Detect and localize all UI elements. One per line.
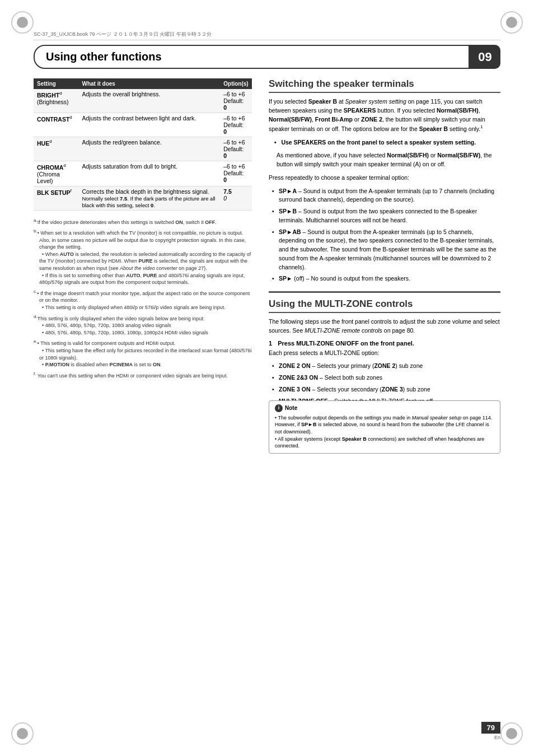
section-intro-speakers: If you selected Speaker B at Speaker sys…: [269, 97, 500, 134]
footnote-c: c.• If the image doesn't match your moni…: [34, 288, 252, 311]
page-lang: En: [494, 735, 500, 740]
whatitdoes-cell: Adjusts saturation from dull to bright.: [78, 161, 220, 186]
settings-table: Setting What it does Option(s) BRIGHTd (…: [34, 78, 252, 211]
step-1-label: 1 Press MULTI-ZONE ON/OFF on the front p…: [269, 340, 500, 347]
whatitdoes-cell: Corrects the black depth in the brightne…: [78, 186, 220, 210]
list-item: ZONE 3 ON – Selects your secondary (ZONE…: [274, 385, 500, 394]
list-item: SP►A – Sound is output from the A-speake…: [274, 187, 500, 205]
corner-decoration-tr: [500, 11, 523, 34]
setting-cell: BLK SETUPf: [34, 186, 78, 210]
footnote-d: d.This setting is only displayed when th…: [34, 314, 252, 337]
list-item: SP►B – Sound is output from the two spea…: [274, 207, 500, 225]
footnote-a: a.If the video picture deteriorates when…: [34, 217, 252, 226]
chapter-header: Using other functions 09: [34, 45, 500, 69]
section-header-multizone: Using the MULTI-ZONE controls: [269, 298, 500, 313]
footnotes: a.If the video picture deteriorates when…: [34, 217, 252, 380]
right-column: Switching the speaker terminals If you s…: [269, 78, 500, 454]
footnote-f: f. You can't use this setting when the H…: [34, 371, 252, 380]
option-cell: –6 to +6Default: 0: [220, 89, 252, 113]
setting-cell: CONTRASTd: [34, 113, 78, 137]
table-row: CONTRASTd Adjusts the contrast between l…: [34, 113, 252, 137]
col-header-options: Option(s): [220, 78, 252, 89]
setting-cell: HUEd: [34, 137, 78, 161]
main-content: Setting What it does Option(s) BRIGHTd (…: [34, 78, 500, 722]
list-item: SP► (off) – No sound is output from the …: [274, 274, 500, 283]
setting-cell: CHROMAd (Chroma Level): [34, 161, 78, 186]
chapter-number: 09: [470, 45, 500, 69]
footnote-b: b.• When set to a resolution with which …: [34, 228, 252, 286]
whatitdoes-cell: Adjusts the contrast between light and d…: [78, 113, 220, 137]
list-item: SP►AB – Sound is output from the A-speak…: [274, 228, 500, 272]
section-header-speakers: Switching the speaker terminals: [269, 78, 500, 93]
page-number: 79: [481, 722, 500, 734]
table-row: HUEd Adjusts the red/green balance. –6 t…: [34, 137, 252, 161]
option-cell: 7.5 0: [220, 186, 252, 210]
option-cell: –6 to +6Default: 0: [220, 161, 252, 186]
section-divider: [269, 291, 500, 293]
speaker-bullet-header: • Use SPEAKERS on the front panel to sel…: [274, 138, 500, 147]
speaker-terminal-list: SP►A – Sound is output from the A-speake…: [274, 187, 500, 284]
speaker-bullet-sub: As mentioned above, if you have selected…: [277, 151, 500, 169]
section-speaker-terminals: Switching the speaker terminals If you s…: [269, 78, 500, 283]
chapter-title: Using other functions: [34, 45, 470, 69]
corner-decoration-tl: [11, 11, 34, 34]
left-column: Setting What it does Option(s) BRIGHTd (…: [34, 78, 252, 381]
corner-decoration-br: [500, 722, 523, 745]
table-row: BLK SETUPf Corrects the black depth in t…: [34, 186, 252, 210]
step-1-desc: Each press selects a MULTI-ZONE option:: [269, 349, 500, 358]
note-item-2: • All speaker systems (except Speaker B …: [275, 436, 494, 450]
corner-decoration-bl: [11, 722, 34, 745]
list-item: ZONE 2&3 ON – Select both sub zones: [274, 374, 500, 382]
note-icon: i: [275, 404, 283, 412]
col-header-setting: Setting: [34, 78, 78, 89]
col-header-whatitdoes: What it does: [78, 78, 220, 89]
option-cell: –6 to +6Default: 0: [220, 137, 252, 161]
press-text: Press repeatedly to choose a speaker ter…: [269, 174, 500, 183]
list-item: ZONE 2 ON – Selects your primary (ZONE 2…: [274, 362, 500, 371]
option-cell: –6 to +6Default: 0: [220, 113, 252, 137]
whatitdoes-cell: Adjusts the red/green balance.: [78, 137, 220, 161]
note-header: i Note: [275, 404, 494, 412]
topbar-text: SC-37_35_UXJCB.book 79 ページ ２０１０年３月９日 火曜日…: [34, 31, 212, 37]
footnote-e: e.• This setting is valid for component …: [34, 338, 252, 368]
table-row: CHROMAd (Chroma Level) Adjusts saturatio…: [34, 161, 252, 186]
multizone-intro: The following steps use the front panel …: [269, 318, 500, 335]
top-bar: SC-37_35_UXJCB.book 79 ページ ２０１０年３月９日 火曜日…: [34, 31, 500, 40]
setting-cell: BRIGHTd (Brightness): [34, 89, 78, 113]
whatitdoes-cell: Adjusts the overall brightness.: [78, 89, 220, 113]
multizone-option-list: ZONE 2 ON – Selects your primary (ZONE 2…: [274, 362, 500, 405]
table-row: BRIGHTd (Brightness) Adjusts the overall…: [34, 89, 252, 113]
note-item-1: • The subwoofer output depends on the se…: [275, 414, 494, 436]
note-box: i Note • The subwoofer output depends on…: [269, 400, 500, 454]
